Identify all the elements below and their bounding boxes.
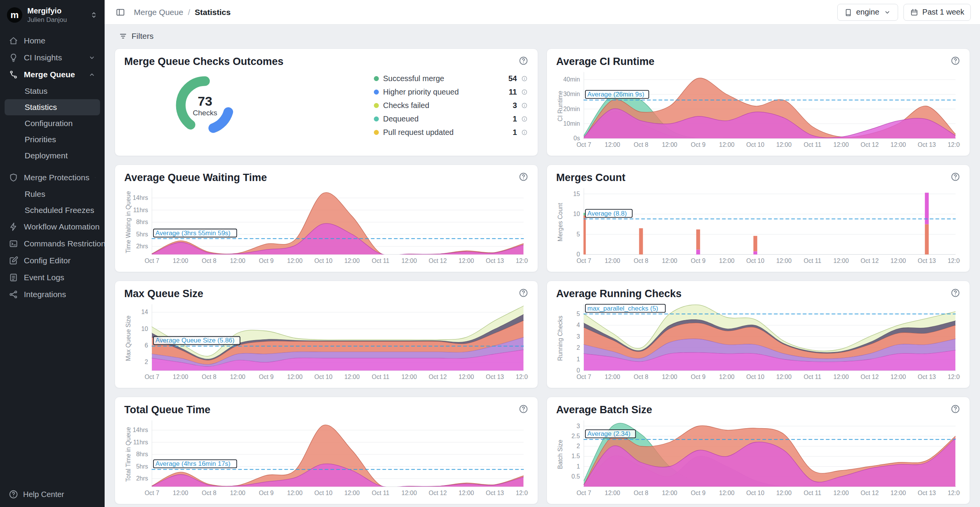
sidebar-item-configuration[interactable]: Configuration (5, 115, 100, 131)
info-icon[interactable] (521, 116, 528, 122)
topbar-right: engine Past 1 week (837, 4, 971, 21)
event-logs-icon (8, 273, 18, 283)
filters-button[interactable]: Filters (115, 28, 157, 44)
svg-text:Oct 13: Oct 13 (486, 374, 504, 380)
svg-text:15: 15 (573, 191, 580, 197)
svg-text:12:00: 12:00 (230, 374, 245, 380)
svg-text:Oct 9: Oct 9 (691, 374, 705, 380)
sidebar-item-home[interactable]: Home (5, 32, 100, 49)
sidebar-item-event-logs[interactable]: Event Logs (5, 269, 100, 286)
help-icon[interactable] (950, 172, 960, 182)
svg-text:Oct 10: Oct 10 (314, 490, 332, 496)
svg-text:5: 5 (577, 231, 580, 238)
date-range-button[interactable]: Past 1 week (903, 4, 971, 21)
info-icon[interactable] (521, 102, 528, 109)
sidebar-item-ci-insights[interactable]: CI Insights (5, 49, 100, 66)
legend-color-dot (374, 130, 379, 135)
help-icon[interactable] (950, 288, 960, 298)
help-center-button[interactable]: Help Center (0, 482, 105, 507)
sidebar-item-workflow-automation[interactable]: Workflow Automation (5, 218, 100, 235)
svg-text:40min: 40min (563, 76, 580, 83)
sidebar-item-label: Merge Protections (24, 173, 89, 182)
legend-color-dot (374, 90, 379, 95)
breadcrumb-separator: / (188, 8, 190, 17)
help-icon[interactable] (518, 288, 528, 298)
svg-text:1: 1 (577, 356, 580, 362)
svg-text:4: 4 (577, 322, 580, 328)
average-running-checks-chart: 012345max_parallel_checks (5)Oct 712:00O… (556, 301, 960, 382)
svg-text:12:00: 12:00 (173, 258, 188, 264)
svg-text:12:00: 12:00 (776, 141, 792, 148)
info-icon[interactable] (521, 75, 528, 82)
legend-value: 54 (508, 74, 517, 83)
svg-text:Oct 13: Oct 13 (918, 374, 936, 380)
legend-item: Pull request updated1 (374, 126, 528, 139)
breadcrumb-parent[interactable]: Merge Queue (134, 8, 183, 17)
average-ci-runtime-chart: 0s10min20min30min40minAverage (26min 9s)… (556, 68, 960, 150)
legend-item: Dequeued1 (374, 112, 528, 126)
sidebar-item-commands-restrictions[interactable]: Commands Restrictions (5, 235, 100, 252)
sidebar-toggle-button[interactable] (114, 6, 127, 19)
filters-label: Filters (132, 32, 153, 41)
help-icon[interactable] (518, 172, 528, 182)
main-area: Merge Queue / Statistics engine Past 1 w… (105, 0, 980, 507)
svg-text:Average (4hrs 16min 17s): Average (4hrs 16min 17s) (155, 460, 230, 467)
svg-text:14hrs: 14hrs (133, 427, 148, 433)
svg-text:Oct 9: Oct 9 (259, 258, 273, 264)
svg-text:20min: 20min (563, 106, 580, 112)
panel-left-icon (115, 7, 125, 17)
help-icon[interactable] (950, 404, 960, 414)
help-icon[interactable] (518, 56, 528, 66)
sidebar-item-label: Merge Queue (24, 70, 75, 79)
sidebar-item-label: Home (24, 36, 45, 45)
commands-restrictions-icon (8, 239, 18, 249)
svg-text:Oct 10: Oct 10 (746, 374, 764, 380)
merge-queue-checks-outcomes-card: Merge Queue Checks Outcomes 73 Checks Su… (115, 48, 538, 156)
svg-text:12:00: 12:00 (719, 141, 735, 148)
sidebar-item-priorities[interactable]: Priorities (5, 131, 100, 148)
legend-label: Successful merge (383, 74, 444, 83)
svg-text:3: 3 (577, 423, 580, 429)
svg-text:12:00: 12:00 (948, 490, 960, 496)
max-queue-size-card: Max Queue Size 261014Average Queue Size … (115, 281, 538, 388)
sidebar-item-statistics[interactable]: Statistics (5, 99, 100, 115)
svg-text:12:00: 12:00 (344, 374, 360, 380)
sidebar: m Mergifyio Julien Danjou HomeCI Insight… (0, 0, 105, 507)
legend-label: Dequeued (383, 115, 418, 123)
sidebar-item-status[interactable]: Status (5, 83, 100, 99)
svg-text:2: 2 (577, 443, 580, 449)
svg-text:Oct 11: Oct 11 (803, 374, 821, 380)
sidebar-item-scheduled-freezes[interactable]: Scheduled Freezes (5, 202, 100, 218)
svg-text:Time Waiting in Queue: Time Waiting in Queue (125, 191, 132, 253)
sidebar-item-merge-protections[interactable]: Merge Protections (5, 169, 100, 186)
repo-icon (844, 8, 852, 17)
breadcrumb: Merge Queue / Statistics (134, 8, 231, 17)
svg-text:Average (8.8): Average (8.8) (587, 210, 627, 217)
info-icon[interactable] (521, 89, 528, 95)
svg-text:Oct 13: Oct 13 (486, 258, 504, 264)
sidebar-item-deployment[interactable]: Deployment (5, 148, 100, 164)
total-queue-time-card: Total Queue Time 2hrs5hrs8hrs11hrs14hrsA… (115, 397, 538, 504)
help-icon[interactable] (518, 404, 528, 414)
sidebar-item-label: Workflow Automation (24, 222, 100, 231)
svg-text:Total Time in Queue: Total Time in Queue (125, 427, 132, 482)
cards-grid: Merge Queue Checks Outcomes 73 Checks Su… (115, 48, 970, 504)
svg-text:2: 2 (145, 359, 148, 365)
info-icon[interactable] (521, 129, 528, 136)
svg-text:12:00: 12:00 (662, 490, 677, 496)
sidebar-item-rules[interactable]: Rules (5, 186, 100, 202)
sidebar-item-config-editor[interactable]: Config Editor (5, 252, 100, 269)
svg-text:Oct 7: Oct 7 (145, 258, 159, 264)
svg-text:1.5: 1.5 (572, 453, 580, 459)
merge-protections-icon (8, 173, 18, 183)
sidebar-item-merge-queue[interactable]: Merge Queue (5, 66, 100, 83)
svg-text:CI Runtime: CI Runtime (557, 91, 563, 121)
topbar: Merge Queue / Statistics engine Past 1 w… (105, 0, 980, 25)
engine-selector-button[interactable]: engine (837, 4, 898, 21)
org-switcher[interactable]: m Mergifyio Julien Danjou (0, 0, 105, 28)
svg-text:Oct 10: Oct 10 (314, 258, 332, 264)
sidebar-item-integrations[interactable]: Integrations (5, 286, 100, 303)
svg-text:12:00: 12:00 (890, 258, 906, 264)
svg-text:max_parallel_checks (5): max_parallel_checks (5) (587, 305, 658, 312)
help-icon[interactable] (950, 56, 960, 66)
